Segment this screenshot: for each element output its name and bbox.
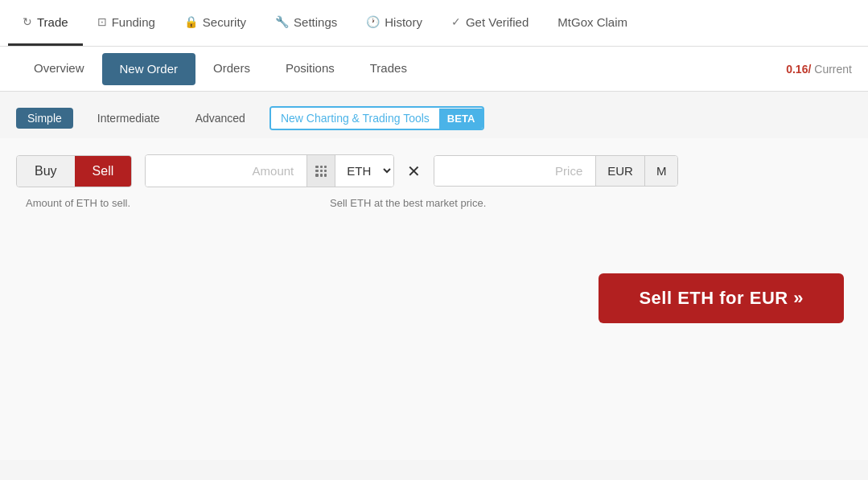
amount-input[interactable] — [146, 155, 306, 187]
price-currency-label: EUR — [595, 156, 644, 186]
order-mode-selector: Simple Intermediate Advanced New Chartin… — [0, 92, 868, 138]
amount-grid-button[interactable] — [306, 155, 335, 187]
helper-text-row: Amount of ETH to sell. Sell ETH at the b… — [16, 197, 852, 209]
buy-sell-toggle: Buy Sell — [16, 155, 132, 187]
price-input-group: EUR M — [434, 155, 678, 187]
price-helper-text: Sell ETH at the best market price. — [330, 197, 531, 209]
buy-button[interactable]: Buy — [17, 156, 75, 187]
mode-simple[interactable]: Simple — [16, 108, 73, 129]
wrench-icon: 🔧 — [275, 15, 289, 28]
mode-intermediate[interactable]: Intermediate — [86, 108, 171, 129]
tab-funding[interactable]: ⊡ Funding — [83, 0, 170, 46]
tab-mtgox[interactable]: MtGox Claim — [543, 0, 642, 46]
beta-badge: BETA — [439, 109, 483, 129]
tab-overview[interactable]: Overview — [16, 47, 102, 92]
sell-button[interactable]: Sell — [75, 156, 132, 187]
price-input[interactable] — [434, 156, 595, 186]
checkmark-icon: ✓ — [451, 15, 461, 28]
clock-icon: 🕐 — [366, 15, 380, 28]
tab-trades[interactable]: Trades — [352, 47, 425, 92]
tab-settings[interactable]: 🔧 Settings — [261, 0, 352, 46]
beta-button-text: New Charting & Trading Tools — [271, 108, 439, 129]
order-form: Buy Sell ETH BTC USD ✕ EUR — [0, 138, 868, 460]
tab-positions[interactable]: Positions — [268, 47, 352, 92]
tab-new-order[interactable]: New Order — [102, 53, 196, 85]
funding-icon: ⊡ — [97, 15, 107, 28]
sell-action-button[interactable]: Sell ETH for EUR » — [599, 273, 844, 323]
tab-trade[interactable]: ↻ Trade — [8, 0, 83, 46]
tab-history[interactable]: 🕐 History — [352, 0, 437, 46]
top-navigation: ↻ Trade ⊡ Funding 🔒 Security 🔧 Settings … — [0, 0, 868, 47]
order-input-row: Buy Sell ETH BTC USD ✕ EUR — [16, 154, 852, 187]
amount-helper-text: Amount of ETH to sell. — [26, 197, 291, 209]
tab-get-verified[interactable]: ✓ Get Verified — [437, 0, 543, 46]
trade-icon: ↻ — [23, 15, 32, 28]
tab-security[interactable]: 🔒 Security — [170, 0, 261, 46]
mode-advanced[interactable]: Advanced — [184, 108, 257, 129]
currency-select[interactable]: ETH BTC USD — [335, 155, 393, 187]
market-button[interactable]: M — [644, 156, 678, 186]
amount-input-group: ETH BTC USD — [145, 154, 394, 187]
second-navigation: Overview New Order Orders Positions Trad… — [0, 47, 868, 92]
beta-charting-button[interactable]: New Charting & Trading Tools BETA — [269, 106, 484, 130]
tab-orders[interactable]: Orders — [195, 47, 268, 92]
multiply-sign: ✕ — [407, 162, 421, 181]
sell-action-area: Sell ETH for EUR » — [16, 273, 852, 323]
grid-icon — [315, 166, 327, 177]
balance-display: 0.16/ Current — [786, 63, 852, 76]
lock-icon: 🔒 — [184, 15, 198, 28]
